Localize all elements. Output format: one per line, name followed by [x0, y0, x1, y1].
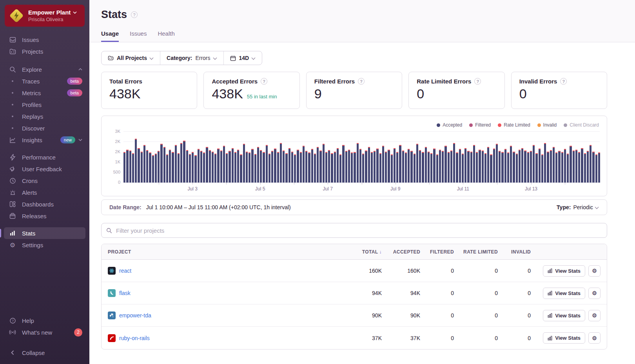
new-badge: new [60, 136, 75, 143]
help-circle-icon[interactable]: ? [560, 78, 567, 85]
cell-filtered: 0 [420, 290, 454, 296]
calendar-icon [230, 55, 236, 61]
megaphone-icon [9, 166, 16, 172]
bar-chart-icon [548, 336, 552, 340]
sidebar-item-insights[interactable]: Insights new [4, 134, 85, 146]
project-link[interactable]: ruby-on-rails [119, 335, 150, 341]
sidebar-item-user-feedback[interactable]: User Feedback [4, 163, 85, 175]
sidebar-item-whats-new[interactable]: What's new 2 [4, 326, 85, 338]
chart-bars [123, 132, 600, 183]
svg-text:?: ? [12, 319, 14, 322]
legend-item-client-discard[interactable]: Client Discard [564, 122, 599, 128]
cell-rate-limited: 0 [454, 268, 498, 274]
sidebar-item-label: Collapse [22, 350, 82, 356]
legend-item-invalid[interactable]: Invalid [537, 122, 557, 128]
sidebar-item-label: Releases [22, 213, 82, 219]
view-stats-button[interactable]: View Stats [543, 265, 585, 277]
type-value: Periodic [573, 204, 593, 210]
view-stats-button[interactable]: View Stats [543, 310, 585, 321]
stat-cards: Total Errors 438K Accepted Errors? 438K5… [101, 72, 607, 109]
rails-platform-icon [108, 334, 116, 342]
sidebar-item-label: Discover [22, 125, 82, 132]
sidebar-item-metrics[interactable]: Metrics beta [4, 87, 85, 99]
sidebar-item-explore[interactable]: Explore [4, 63, 85, 75]
tab-health[interactable]: Health [158, 30, 174, 42]
view-stats-button[interactable]: View Stats [543, 288, 585, 299]
legend-item-filtered[interactable]: Filtered [469, 122, 491, 128]
siren-icon [9, 189, 16, 196]
column-header-rate-limited[interactable]: RATE LIMITED [454, 249, 498, 255]
org-switcher[interactable]: Empower Plant Priscila Oliveira [5, 5, 85, 27]
date-range-value: 14D [239, 55, 249, 61]
chart-type-dropdown[interactable]: Type: Periodic [557, 204, 599, 210]
help-circle-icon[interactable]: ? [474, 78, 481, 85]
project-settings-button[interactable]: ⚙ [588, 310, 601, 321]
stat-card-value: 438K [212, 86, 243, 101]
org-name: Empower Plant [28, 9, 71, 16]
gear-icon: ⚙ [592, 312, 597, 319]
lightning-bolt-icon [13, 12, 20, 20]
date-range-dropdown[interactable]: 14D [223, 51, 262, 65]
project-link[interactable]: empower-tda [119, 312, 151, 319]
sidebar-item-crons[interactable]: Crons [4, 175, 85, 187]
help-circle-icon[interactable]: ? [261, 78, 267, 85]
column-header-accepted[interactable]: ACCEPTED [382, 249, 420, 255]
project-link[interactable]: flask [119, 290, 131, 296]
legend-label: Accepted [443, 122, 462, 128]
project-settings-button[interactable]: ⚙ [588, 332, 601, 344]
sidebar-item-label: Dashboards [22, 201, 82, 208]
performance-icon [9, 154, 16, 161]
cell-invalid: 0 [498, 268, 531, 274]
project-filter-dropdown[interactable]: All Projects [102, 51, 160, 65]
sidebar-item-label: Insights [22, 137, 60, 143]
view-stats-label: View Stats [555, 335, 581, 341]
tab-issues[interactable]: Issues [130, 30, 147, 42]
sidebar-item-discover[interactable]: Discover [4, 122, 85, 134]
legend-dot [498, 123, 501, 127]
column-header-filtered[interactable]: FILTERED [420, 249, 454, 255]
issues-icon [9, 36, 16, 43]
sidebar-item-profiles[interactable]: Profiles [4, 99, 85, 110]
legend-dot [469, 123, 473, 127]
project-settings-button[interactable]: ⚙ [588, 288, 601, 299]
stat-card-value: 0 [519, 86, 527, 101]
sidebar-item-stats[interactable]: Stats [4, 227, 85, 239]
sidebar-collapse-button[interactable]: Collapse [4, 347, 85, 359]
sidebar-item-issues[interactable]: Issues [4, 34, 85, 45]
line-chart-icon [9, 137, 16, 143]
sidebar-item-dashboards[interactable]: Dashboards [4, 198, 85, 210]
help-circle-icon[interactable]: ? [131, 11, 138, 18]
tab-usage[interactable]: Usage [101, 30, 119, 42]
sidebar-item-traces[interactable]: Traces beta [4, 75, 85, 87]
legend-item-accepted[interactable]: Accepted [437, 122, 462, 128]
help-circle-icon[interactable]: ? [358, 78, 365, 85]
sidebar-item-help[interactable]: ? Help [4, 315, 85, 326]
sidebar-item-label: Performance [22, 154, 82, 161]
sidebar-item-label: What's new [22, 329, 74, 336]
date-range-value: Jul 1 10:00 AM – Jul 15 11:00 AM (+02:00… [146, 204, 291, 210]
category-filter-dropdown[interactable]: Category: Errors [160, 51, 223, 65]
column-header-project[interactable]: PROJECT [108, 249, 339, 255]
sidebar-item-label: Issues [22, 36, 82, 43]
cell-total: 94K [339, 290, 382, 296]
column-header-invalid[interactable]: INVALID [498, 249, 531, 255]
project-settings-button[interactable]: ⚙ [588, 265, 601, 277]
sidebar-item-settings[interactable]: ⚙ Settings [4, 239, 85, 251]
sidebar-item-label: User Feedback [22, 166, 82, 172]
column-header-total[interactable]: TOTAL↓ [339, 249, 382, 255]
project-search-input[interactable] [116, 227, 602, 234]
sidebar-item-alerts[interactable]: Alerts [4, 187, 85, 198]
legend-item-rate-limited[interactable]: Rate Limited [498, 122, 530, 128]
view-stats-button[interactable]: View Stats [543, 332, 585, 344]
sidebar-item-performance[interactable]: Performance [4, 151, 85, 163]
sidebar-item-projects[interactable]: Projects [4, 45, 85, 57]
view-stats-label: View Stats [555, 290, 581, 296]
active-indicator [0, 229, 1, 237]
cell-accepted: 160K [382, 268, 420, 274]
cell-filtered: 0 [420, 312, 454, 319]
sidebar-item-replays[interactable]: Replays [4, 110, 85, 122]
sidebar-item-releases[interactable]: Releases [4, 210, 85, 222]
project-link[interactable]: react [119, 268, 131, 274]
gear-icon: ⚙ [592, 290, 597, 296]
legend-label: Filtered [475, 122, 491, 128]
